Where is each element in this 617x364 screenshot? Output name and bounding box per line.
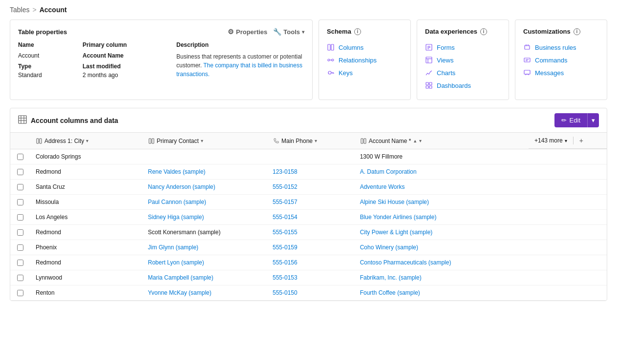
phone-link[interactable]: 555-0157 [273,199,298,205]
columns-icon [327,43,335,51]
phone-cell: 555-0152 [267,180,354,195]
row-checkbox[interactable] [17,184,23,190]
row-checkbox-cell[interactable] [10,164,30,180]
row-checkbox-cell[interactable] [10,255,30,270]
desc-link1[interactable]: The company that is billed in business [203,62,302,69]
account-link[interactable]: A. Datum Corporation [360,168,417,175]
account-link[interactable]: Fabrikam, Inc. (sample) [360,274,422,281]
row-checkbox[interactable] [17,260,23,266]
phone-link[interactable]: 123-0158 [273,168,298,175]
row-checkbox[interactable] [17,169,23,175]
table-body: Colorado Springs 1300 W Fillmore Redmond… [10,149,607,301]
phone-link[interactable]: 555-0159 [273,244,298,251]
schema-title: Schema i [327,28,403,35]
row-checkbox-cell[interactable] [10,270,30,285]
contact-link[interactable]: Rene Valdes (sample) [148,168,206,175]
phone-link[interactable]: 555-0156 [273,259,298,266]
phone-link[interactable]: 555-0154 [273,214,298,221]
phone-link[interactable]: 555-0152 [273,183,298,190]
extra-cell [529,149,607,164]
add-column-button[interactable]: + [574,133,589,148]
row-checkbox-cell[interactable] [10,285,30,301]
svg-rect-20 [525,45,530,49]
contact-link[interactable]: Jim Glynn (sample) [148,244,198,251]
phone-link[interactable]: 555-0153 [273,274,298,281]
extra-cell [529,285,607,301]
phone-cell: 555-0159 [267,240,354,255]
contact-link[interactable]: Nancy Anderson (sample) [148,183,215,190]
views-link[interactable]: Views [425,54,501,66]
properties-button[interactable]: ⚙ Properties [228,28,267,36]
desc-link2[interactable]: transactions. [176,71,210,78]
breadcrumb-parent[interactable]: Tables [10,6,29,14]
edit-button[interactable]: ✏ Edit [554,113,587,127]
relationships-link[interactable]: Relationships [327,54,403,66]
contact-cell: Paul Cannon (sample) [142,195,267,210]
extra-cell [529,210,607,225]
account-name-cell: 1300 W Fillmore [354,149,529,164]
more-cols-button[interactable]: +143 more ▾ [529,133,573,148]
account-table-section: Account columns and data ✏ Edit ▾ [10,108,607,301]
table-row: Phoenix Jim Glynn (sample) 555-0159 Coho… [10,240,607,255]
messages-link[interactable]: Messages [523,66,599,79]
account-link[interactable]: Contoso Pharmaceuticals (sample) [360,259,451,266]
row-checkbox-cell[interactable] [10,240,30,255]
row-checkbox-cell[interactable] [10,195,30,210]
checkbox-header [10,133,30,149]
edit-btn-group: ✏ Edit ▾ [554,113,599,127]
columns-link[interactable]: Columns [327,41,403,54]
account-link[interactable]: Fourth Coffee (sample) [360,289,420,296]
account-name-cell: Blue Yonder Airlines (sample) [354,210,529,225]
row-checkbox[interactable] [17,290,23,296]
row-checkbox-cell[interactable] [10,225,30,240]
row-checkbox[interactable] [17,199,23,205]
keys-link[interactable]: Keys [327,66,403,79]
account-name-cell: Fourth Coffee (sample) [354,285,529,301]
row-checkbox-cell[interactable] [10,210,30,225]
dashboards-link[interactable]: Dashboards [425,79,501,92]
phone-column-header[interactable]: Main Phone ▾ [267,133,354,149]
extra-cell [529,255,607,270]
row-checkbox[interactable] [17,275,23,281]
city-column-header[interactable]: Address 1: City ▾ [30,133,142,149]
account-link[interactable]: Coho Winery (sample) [360,244,418,251]
contact-link[interactable]: Sidney Higa (sample) [148,214,204,221]
phone-link[interactable]: 555-0150 [273,289,298,296]
table-row: Redmond Rene Valdes (sample) 123-0158 A.… [10,164,607,180]
edit-dropdown-button[interactable]: ▾ [587,113,599,127]
city-cell: Colorado Springs [30,149,142,164]
phone-link[interactable]: 555-0155 [273,229,298,236]
account-link[interactable]: Blue Yonder Airlines (sample) [360,214,437,221]
row-checkbox[interactable] [17,214,23,221]
views-icon [425,56,433,64]
account-link[interactable]: Adventure Works [360,183,405,190]
contact-link[interactable]: Maria Campbell (sample) [148,274,213,281]
contact-cell: Maria Campbell (sample) [142,270,267,285]
svg-rect-33 [40,139,42,143]
forms-link[interactable]: Forms [425,41,501,54]
charts-link[interactable]: Charts [425,66,501,79]
account-name-cell: A. Datum Corporation [354,164,529,180]
tools-button[interactable]: 🔧 Tools ▾ [273,28,304,36]
contact-link[interactable]: Yvonne McKay (sample) [148,289,212,296]
more-cols-header: +143 more ▾ + [529,133,607,149]
account-name-column-header[interactable]: Account Name * ▲ ▾ [354,133,529,149]
commands-link[interactable]: Commands [523,54,599,66]
phone-cell: 123-0158 [267,164,354,180]
extra-cell [529,195,607,210]
customizations-title: Customizations i [523,28,599,35]
contact-column-header[interactable]: Primary Contact ▾ [142,133,267,149]
contact-link[interactable]: Paul Cannon (sample) [148,199,206,205]
tp-grid: Name Primary column Description Account … [18,41,304,79]
account-link[interactable]: Alpine Ski House (sample) [360,199,429,205]
row-checkbox[interactable] [17,154,23,160]
row-checkbox[interactable] [17,229,23,236]
account-link[interactable]: City Power & Light (sample) [360,229,433,236]
contact-link[interactable]: Robert Lyon (sample) [148,259,204,266]
business-rules-link[interactable]: Business rules [523,41,599,54]
row-checkbox-cell[interactable] [10,149,30,164]
row-checkbox-cell[interactable] [10,180,30,195]
account-name-cell: Contoso Pharmaceuticals (sample) [354,255,529,270]
row-checkbox[interactable] [17,244,23,251]
phone-sort-icon: ▾ [315,138,317,143]
